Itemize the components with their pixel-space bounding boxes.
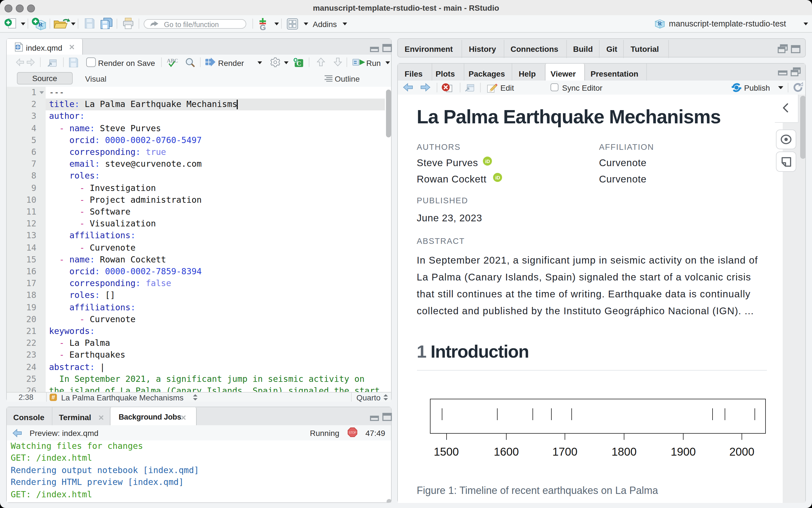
svg-text:G: G bbox=[260, 23, 266, 31]
svg-text:ABC: ABC bbox=[167, 58, 178, 64]
svg-text:R: R bbox=[658, 20, 662, 27]
svg-text:iD: iD bbox=[495, 175, 500, 180]
svg-text:STOP: STOP bbox=[349, 431, 356, 434]
svg-text:iD: iD bbox=[485, 159, 490, 164]
